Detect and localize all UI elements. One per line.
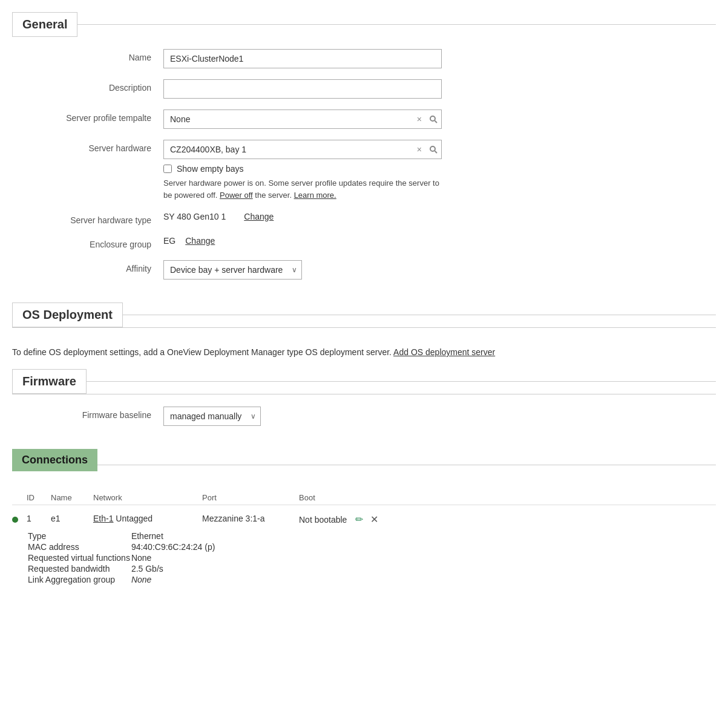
description-label: Description	[12, 79, 163, 93]
server-hardware-type-value: SY 480 Gen10 1	[163, 212, 226, 221]
hw-type-row: SY 480 Gen10 1 Change	[163, 212, 442, 221]
connections-table-wrapper: ID Name Network Port Boot 1 e1 Eth-1 Unt…	[12, 481, 716, 595]
server-profile-template-search-button[interactable]	[425, 115, 441, 123]
svg-point-2	[430, 146, 435, 151]
server-hardware-control: × Show empty bays Server hardware power …	[163, 140, 442, 201]
server-profile-template-field[interactable]: ×	[163, 110, 442, 129]
server-profile-template-control: ×	[163, 110, 442, 129]
affinity-select[interactable]: Device bay + server hardware Device serv…	[163, 260, 302, 280]
firmware-content: Firmware baseline managed manually basel…	[12, 394, 716, 449]
type-value: Ethernet	[131, 531, 215, 541]
name-control	[163, 49, 442, 68]
general-section: General Name Description Server profile …	[12, 12, 716, 302]
firmware-baseline-control: managed manually baseline1 baseline2 ∨	[163, 407, 442, 426]
show-empty-bays-wrapper: Show empty bays Server hardware power is…	[163, 164, 442, 201]
description-control	[163, 79, 442, 99]
connection-rb-row: Requested bandwidth 2.5 Gb/s	[28, 564, 215, 574]
change-eg-button[interactable]: Change	[185, 236, 215, 246]
connection-network: Eth-1 Untagged	[93, 514, 202, 523]
learn-more-link[interactable]: Learn more.	[294, 191, 336, 200]
server-hardware-field[interactable]: ×	[163, 140, 442, 159]
affinity-label: Affinity	[12, 260, 163, 273]
svg-line-1	[435, 121, 438, 123]
server-hardware-label: Server hardware	[12, 140, 163, 153]
lag-label: Link Aggregation group	[28, 575, 130, 584]
col-header-name: Name	[51, 493, 93, 502]
connection-network-link[interactable]: Eth-1	[93, 514, 113, 523]
connection-rvf-row: Requested virtual functions None	[28, 553, 215, 563]
connection-details-table: Type Ethernet MAC address 94:40:C9:6C:24…	[27, 530, 216, 586]
general-form: Name Description Server profile tempalte…	[12, 37, 716, 302]
server-hardware-type-label: Server hardware type	[12, 212, 163, 225]
col-header-boot: Boot	[299, 493, 396, 502]
firmware-baseline-label: Firmware baseline	[12, 407, 163, 420]
server-profile-template-row: Server profile tempalte ×	[12, 110, 716, 129]
svg-point-0	[430, 116, 435, 121]
rvf-value: None	[131, 553, 215, 563]
svg-line-3	[435, 151, 438, 154]
power-info-text: Server hardware power is on. Some server…	[163, 177, 442, 201]
power-off-link[interactable]: Power off	[220, 191, 253, 200]
server-hardware-type-row: Server hardware type SY 480 Gen10 1 Chan…	[12, 212, 716, 225]
col-header-id: ID	[27, 493, 51, 502]
description-input[interactable]	[163, 79, 442, 99]
show-empty-bays-label: Show empty bays	[177, 164, 244, 174]
change-hw-type-button[interactable]: Change	[244, 212, 274, 221]
connections-section-title: Connections	[12, 449, 97, 471]
name-input[interactable]	[163, 49, 442, 68]
firmware-baseline-select-wrapper[interactable]: managed manually baseline1 baseline2 ∨	[163, 407, 261, 426]
affinity-control: Device bay + server hardware Device serv…	[163, 260, 442, 280]
os-deployment-section: OS Deployment To define OS deployment se…	[12, 302, 716, 369]
delete-connection-icon[interactable]: ✕	[370, 514, 378, 525]
show-empty-bays-row: Show empty bays	[163, 164, 442, 174]
firmware-baseline-row: Firmware baseline managed manually basel…	[12, 407, 716, 426]
show-empty-bays-checkbox[interactable]	[163, 165, 172, 173]
server-hardware-clear-button[interactable]: ×	[413, 145, 425, 154]
connections-section: Connections ID Name Network Port Boot 1 …	[12, 449, 716, 595]
enclosure-row: EG Change	[163, 236, 442, 246]
connection-name: e1	[51, 514, 93, 523]
description-row: Description	[12, 79, 716, 99]
connected-status-dot	[12, 517, 18, 523]
os-deployment-content: To define OS deployment settings, add a …	[12, 327, 716, 369]
connection-boot: Not bootable ✏ ✕	[299, 514, 396, 525]
server-hardware-input[interactable]	[164, 140, 413, 159]
mac-value: 94:40:C9:6C:24:24 (p)	[131, 542, 215, 552]
connection-lag-row: Link Aggregation group None	[28, 575, 215, 584]
connections-table-header: ID Name Network Port Boot	[12, 491, 716, 505]
firmware-baseline-select[interactable]: managed manually baseline1 baseline2	[163, 407, 261, 426]
os-deployment-section-title: OS Deployment	[12, 302, 123, 327]
affinity-select-wrapper[interactable]: Device bay + server hardware Device serv…	[163, 260, 302, 280]
enclosure-group-label: Enclosure group	[12, 236, 163, 249]
enclosure-group-value: EG	[163, 236, 175, 246]
server-hardware-search-button[interactable]	[425, 145, 441, 154]
affinity-row: Affinity Device bay + server hardware De…	[12, 260, 716, 280]
name-label: Name	[12, 49, 163, 62]
connection-status-indicator	[12, 514, 27, 525]
server-profile-template-clear-button[interactable]: ×	[413, 114, 425, 124]
connection-id: 1	[27, 514, 51, 523]
rb-label: Requested bandwidth	[28, 564, 130, 574]
enclosure-group-control: EG Change	[163, 236, 442, 246]
connection-sub-details: Type Ethernet MAC address 94:40:C9:6C:24…	[12, 530, 716, 586]
name-row: Name	[12, 49, 716, 68]
connection-mac-row: MAC address 94:40:C9:6C:24:24 (p)	[28, 542, 215, 552]
mac-label: MAC address	[28, 542, 130, 552]
col-header-port: Port	[202, 493, 299, 502]
server-profile-template-input[interactable]	[164, 110, 413, 128]
lag-value: None	[131, 575, 215, 584]
table-row: 1 e1 Eth-1 Untagged Mezzanine 3:1-a Not …	[12, 510, 716, 529]
rb-value: 2.5 Gb/s	[131, 564, 215, 574]
general-section-title: General	[12, 12, 77, 37]
connection-type-row: Type Ethernet	[28, 531, 215, 541]
col-header-network: Network	[93, 493, 202, 502]
type-label: Type	[28, 531, 130, 541]
rvf-label: Requested virtual functions	[28, 553, 130, 563]
edit-connection-icon[interactable]: ✏	[355, 514, 363, 525]
enclosure-group-row: Enclosure group EG Change	[12, 236, 716, 249]
add-os-deployment-server-link[interactable]: Add OS deployment server	[393, 347, 495, 357]
firmware-section: Firmware Firmware baseline managed manua…	[12, 369, 716, 449]
os-deployment-info: To define OS deployment settings, add a …	[12, 347, 716, 357]
firmware-section-title: Firmware	[12, 369, 87, 394]
server-hardware-type-control: SY 480 Gen10 1 Change	[163, 212, 442, 221]
